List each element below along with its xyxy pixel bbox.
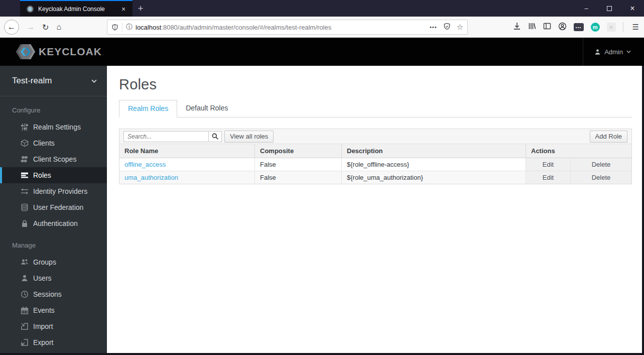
extension-m-icon[interactable]: m <box>591 23 600 32</box>
window-close-button[interactable]: × <box>621 0 644 17</box>
library-icon[interactable] <box>528 22 536 32</box>
window-controls: – × <box>575 0 644 17</box>
search-button[interactable] <box>209 131 222 142</box>
new-tab-button[interactable]: + <box>133 0 149 17</box>
keycloak-header: KEYCLOAK Admin <box>0 38 644 66</box>
account-icon[interactable] <box>558 22 567 33</box>
download-icon[interactable] <box>513 22 521 32</box>
edit-button[interactable]: Edit <box>526 171 571 184</box>
sidebar-item-label: User Federation <box>33 203 83 211</box>
roles-table: View all roles Add Role Role Name Compos… <box>119 129 632 184</box>
import-arrow-icon <box>20 322 29 330</box>
extension-password-manager-icon[interactable]: ••• <box>574 23 584 31</box>
tab-close-icon[interactable]: × <box>118 5 128 13</box>
column-header-role-name: Role Name <box>119 144 255 158</box>
main-content: Roles Realm Roles Default Roles View all… <box>107 66 642 353</box>
export-arrow-icon <box>20 338 29 346</box>
sidebar-item-label: Identity Providers <box>33 187 87 195</box>
delete-button[interactable]: Delete <box>571 171 631 184</box>
users-icon <box>20 258 29 266</box>
calendar-icon <box>20 306 29 314</box>
user-menu[interactable]: Admin <box>583 38 644 66</box>
sidebar-item-label: Authentication <box>33 219 78 227</box>
table-row: uma_authorization False ${role_uma_autho… <box>119 171 631 184</box>
window-frame-right <box>642 66 644 355</box>
url-host: localhost <box>136 24 161 31</box>
user-icon <box>20 274 29 282</box>
description-value: ${role_offline-access} <box>342 158 526 171</box>
user-icon <box>594 49 601 55</box>
sidebar-toggle-icon[interactable] <box>543 22 551 32</box>
maximize-icon <box>607 6 612 11</box>
tab-default-roles[interactable]: Default Roles <box>177 100 236 117</box>
browser-tab-bar: Keycloak Admin Console × + – × <box>0 0 644 17</box>
tab-title: Keycloak Admin Console <box>38 6 118 13</box>
edit-button[interactable]: Edit <box>526 158 571 171</box>
url-bar[interactable]: ⓘ localhost:8080/auth/admin/master/conso… <box>107 20 468 35</box>
brand-text: KEYCLOAK <box>39 46 102 57</box>
composite-value: False <box>255 171 342 184</box>
sidebar-item-label: Sessions <box>33 290 62 298</box>
sliders-icon <box>20 123 29 131</box>
page-title: Roles <box>119 76 632 93</box>
keycloak-logo[interactable]: KEYCLOAK <box>11 43 106 61</box>
magnifier-icon <box>212 133 218 140</box>
sidebar-item-label: Export <box>33 338 53 346</box>
search-input[interactable] <box>123 131 209 142</box>
sidebar-item-realm-settings[interactable]: Realm Settings <box>0 119 107 135</box>
sidebar-item-label: Import <box>33 322 53 330</box>
view-all-roles-button[interactable]: View all roles <box>224 131 274 143</box>
sidebar-item-import[interactable]: Import <box>0 318 107 334</box>
url-text[interactable]: localhost:8080/auth/admin/master/console… <box>136 24 430 31</box>
browser-tab-active[interactable]: Keycloak Admin Console × <box>20 0 133 17</box>
sidebar-item-identity-providers[interactable]: Identity Providers <box>0 183 107 199</box>
menu-hamburger-icon[interactable]: ☰ <box>630 23 641 32</box>
home-button[interactable]: ⌂ <box>56 23 61 32</box>
toolbar-right-icons: ••• m ✳ ☰ <box>513 17 641 38</box>
sidebar-item-authentication[interactable]: Authentication <box>0 215 107 231</box>
role-link-offline-access[interactable]: offline_access <box>124 161 166 168</box>
site-info-icon[interactable]: ⓘ <box>126 23 133 32</box>
cube-icon <box>20 139 29 147</box>
extension-disabled-icon[interactable]: ✳ <box>607 23 616 32</box>
sidebar-item-groups[interactable]: Groups <box>0 254 107 270</box>
back-button[interactable]: ← <box>4 20 19 35</box>
tab-realm-roles[interactable]: Realm Roles <box>119 100 177 117</box>
urlbar-separator <box>122 23 122 32</box>
app-body: Test-realm Configure Realm Settings Clie… <box>0 66 642 353</box>
forward-button[interactable]: → <box>27 23 35 32</box>
sidebar-item-events[interactable]: Events <box>0 302 107 318</box>
chevron-down-icon <box>626 50 631 53</box>
role-link-uma-authorization[interactable]: uma_authorization <box>124 174 178 181</box>
tracking-protection-shield-icon[interactable] <box>111 24 118 31</box>
sidebar-item-users[interactable]: Users <box>0 270 107 286</box>
keycloak-favicon-icon <box>26 5 34 13</box>
realm-selector[interactable]: Test-realm <box>0 66 107 96</box>
browser-toolbar: ← → ↻ ⌂ ⓘ localhost:8080/auth/admin/mast… <box>0 17 644 38</box>
table-toolbar: View all roles Add Role <box>119 129 631 144</box>
sidebar-item-client-scopes[interactable]: Client Scopes <box>0 151 107 167</box>
sidebar: Test-realm Configure Realm Settings Clie… <box>0 66 107 353</box>
window-maximize-button[interactable] <box>598 0 621 17</box>
user-menu-label: Admin <box>604 48 623 56</box>
shield-check-icon[interactable] <box>443 23 451 32</box>
sidebar-item-roles[interactable]: Roles <box>0 167 107 183</box>
add-role-button[interactable]: Add Role <box>590 131 627 143</box>
description-value: ${role_uma_authorization} <box>342 171 526 184</box>
reload-button[interactable]: ↻ <box>42 23 49 32</box>
sidebar-item-label: Roles <box>33 171 51 179</box>
page-actions-icon[interactable]: ••• <box>430 24 437 30</box>
sidebar-item-label: Clients <box>33 139 55 147</box>
clock-icon <box>20 290 29 298</box>
url-path: :8080/auth/admin/master/console/#/realms… <box>161 24 331 31</box>
sidebar-item-label: Client Scopes <box>33 155 76 163</box>
sidebar-item-export[interactable]: Export <box>0 334 107 350</box>
tabs: Realm Roles Default Roles <box>119 100 632 117</box>
delete-button[interactable]: Delete <box>571 158 631 171</box>
sidebar-item-sessions[interactable]: Sessions <box>0 286 107 302</box>
sidebar-item-user-federation[interactable]: User Federation <box>0 199 107 215</box>
window-minimize-button[interactable]: – <box>575 0 598 17</box>
bookmark-star-icon[interactable]: ☆ <box>457 23 463 32</box>
realm-name: Test-realm <box>12 76 52 86</box>
sidebar-item-clients[interactable]: Clients <box>0 135 107 151</box>
